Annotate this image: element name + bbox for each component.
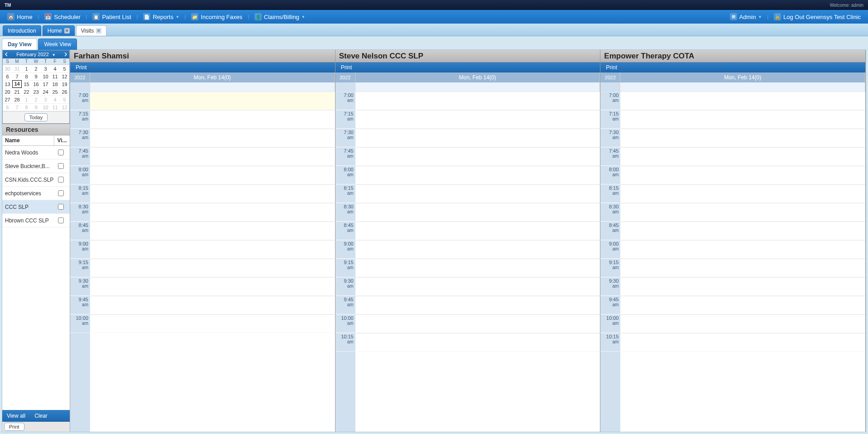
time-slot[interactable]: [355, 333, 600, 352]
menu-logout[interactable]: 🔓 Log Out Genensys Test Clinic: [770, 10, 864, 24]
calendar-day[interactable]: 28: [12, 96, 22, 103]
time-slot[interactable]: [355, 166, 600, 184]
resource-checkbox[interactable]: [58, 163, 64, 169]
close-icon[interactable]: ✕: [96, 28, 101, 34]
calendar-day[interactable]: 2: [31, 65, 41, 72]
time-slot[interactable]: [90, 166, 335, 184]
time-slot[interactable]: [620, 129, 865, 147]
time-slot[interactable]: [620, 277, 865, 296]
calendar-day[interactable]: 31: [12, 65, 22, 72]
calendar-day[interactable]: 4: [50, 96, 60, 103]
time-slot[interactable]: [620, 333, 865, 352]
menu-admin[interactable]: 🛠 Admin ▼: [726, 10, 766, 24]
resource-checkbox[interactable]: [58, 204, 64, 210]
time-slot[interactable]: [355, 129, 600, 147]
resource-checkbox[interactable]: [58, 190, 64, 196]
calendar-next-button[interactable]: [62, 51, 69, 58]
calendar-day[interactable]: 12: [60, 103, 69, 111]
menu-incoming-faxes[interactable]: 📁 Incoming Faxes: [187, 10, 246, 24]
calendar-day[interactable]: 16: [31, 80, 41, 88]
calendar-day[interactable]: 27: [3, 96, 12, 103]
schedule-date-label[interactable]: Mon, Feb 14(0): [620, 72, 865, 82]
time-slot[interactable]: [355, 222, 600, 240]
time-body[interactable]: [355, 92, 600, 432]
resource-row[interactable]: CCC SLP: [2, 200, 70, 214]
resource-row[interactable]: Steve Buckner,B...: [2, 159, 70, 173]
calendar-day[interactable]: 23: [31, 88, 41, 96]
close-icon[interactable]: ✕: [64, 28, 70, 34]
resources-list[interactable]: Nedra WoodsSteve Buckner,B...CSN.Kids.CC…: [2, 146, 70, 410]
calendar-day[interactable]: 9: [31, 103, 41, 111]
resources-col-view[interactable]: Vi...: [54, 135, 70, 145]
resource-checkbox[interactable]: [58, 149, 64, 155]
resource-row[interactable]: Nedra Woods: [2, 146, 70, 159]
time-slot[interactable]: [355, 296, 600, 314]
menu-home[interactable]: 🏠 Home: [4, 10, 36, 24]
tab-home[interactable]: Home ✕: [43, 25, 75, 36]
time-slot[interactable]: [355, 110, 600, 129]
time-body[interactable]: [90, 92, 335, 432]
calendar-day-selected[interactable]: 14: [12, 80, 22, 88]
calendar-day[interactable]: 1: [22, 96, 31, 103]
calendar-day[interactable]: 22: [22, 88, 31, 96]
resources-clear[interactable]: Clear: [34, 413, 48, 419]
calendar-day[interactable]: 20: [3, 88, 12, 96]
time-slot[interactable]: [620, 314, 865, 333]
menu-patient-list[interactable]: 📋 Patient List: [89, 10, 134, 24]
calendar-day[interactable]: 13: [3, 80, 12, 88]
calendar-day[interactable]: 15: [22, 80, 31, 88]
calendar-day[interactable]: 8: [22, 103, 31, 111]
calendar-prev-button[interactable]: [3, 51, 10, 58]
time-slot[interactable]: [90, 92, 335, 110]
time-slot[interactable]: [90, 314, 335, 333]
time-slot[interactable]: [90, 203, 335, 222]
resource-checkbox[interactable]: [58, 177, 64, 183]
calendar-day[interactable]: 4: [50, 65, 60, 72]
calendar-day[interactable]: 25: [50, 88, 60, 96]
time-slot[interactable]: [620, 110, 865, 129]
view-tab-week[interactable]: Week View: [38, 39, 77, 50]
time-slot[interactable]: [90, 259, 335, 277]
calendar-day[interactable]: 3: [41, 65, 50, 72]
schedule-date-label[interactable]: Mon, Feb 14(0): [355, 72, 600, 82]
sidebar-print-button[interactable]: Print: [4, 423, 24, 431]
time-slot[interactable]: [355, 314, 600, 333]
calendar-day[interactable]: 30: [3, 65, 12, 72]
calendar-day[interactable]: 10: [41, 103, 50, 111]
tab-introduction[interactable]: Introduction: [3, 25, 41, 36]
time-slot[interactable]: [90, 184, 335, 203]
time-slot[interactable]: [90, 147, 335, 166]
resource-row[interactable]: Hbrown CCC SLP: [2, 214, 70, 227]
time-slot[interactable]: [620, 166, 865, 184]
calendar-day[interactable]: 7: [12, 72, 22, 80]
time-slot[interactable]: [620, 92, 865, 110]
calendar-day[interactable]: 1: [22, 65, 31, 72]
resource-checkbox[interactable]: [58, 217, 64, 223]
calendar-day[interactable]: 5: [60, 96, 69, 103]
time-slot[interactable]: [90, 129, 335, 147]
calendar-title[interactable]: February 2022 ▼: [10, 52, 62, 57]
menu-scheduler[interactable]: 📅 Scheduler: [41, 10, 84, 24]
calendar-day[interactable]: 18: [50, 80, 60, 88]
resource-row[interactable]: CSN.Kids.CCC.SLP: [2, 173, 70, 187]
time-slot[interactable]: [620, 222, 865, 240]
schedule-print-link[interactable]: Print: [606, 64, 617, 71]
calendar-day[interactable]: 24: [41, 88, 50, 96]
menu-reports[interactable]: 📄 Reports ▼: [139, 10, 182, 24]
calendar-day[interactable]: 10: [41, 72, 50, 80]
calendar-day[interactable]: 6: [3, 72, 12, 80]
calendar-day[interactable]: 26: [60, 88, 69, 96]
calendar-day[interactable]: 8: [22, 72, 31, 80]
time-slot[interactable]: [620, 203, 865, 222]
calendar-day[interactable]: 3: [41, 96, 50, 103]
time-slot[interactable]: [355, 259, 600, 277]
calendar-today-button[interactable]: Today: [24, 113, 48, 121]
resources-view-all[interactable]: View all: [7, 413, 25, 419]
time-slot[interactable]: [620, 296, 865, 314]
resource-row[interactable]: echpotservices: [2, 187, 70, 200]
calendar-day[interactable]: 17: [41, 80, 50, 88]
calendar-day[interactable]: 5: [60, 65, 69, 72]
time-body[interactable]: [620, 92, 865, 432]
time-slot[interactable]: [355, 92, 600, 110]
schedule-print-link[interactable]: Print: [341, 64, 352, 71]
